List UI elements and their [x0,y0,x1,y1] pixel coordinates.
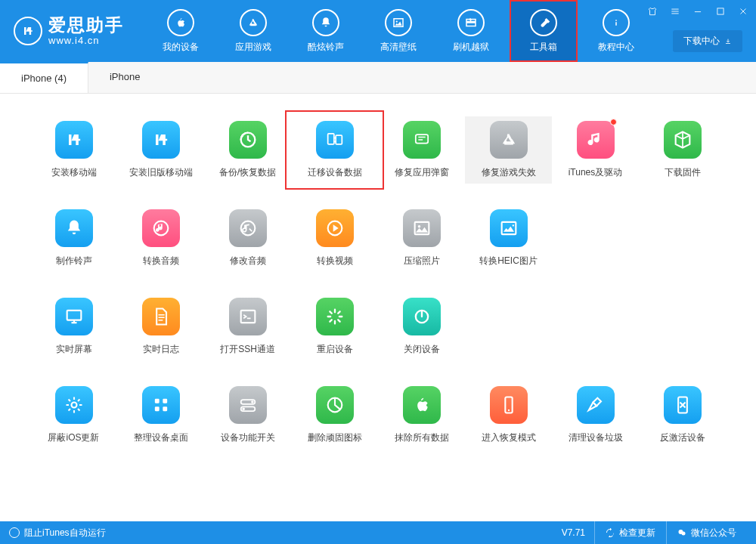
tool-terminal[interactable]: 打开SSH通道 [204,293,291,360]
tool-grid[interactable]: 整理设备桌面 [117,382,204,449]
tool-label: 重启设备 [317,343,353,356]
nav-icon [457,9,485,36]
tool-heic[interactable]: 转换HEIC图片 [465,205,552,272]
nav-1[interactable]: 应用游戏 [219,0,287,62]
tool-deactivate[interactable]: 反激活设备 [639,382,726,449]
tool-broom[interactable]: 清理设备垃圾 [552,382,639,449]
tool-label: 清理设备垃圾 [569,431,623,444]
tool-appleid[interactable]: 修复应用弹窗 [378,116,465,184]
header: 爱思助手 www.i4.cn 我的设备应用游戏酷炫铃声高清壁纸刷机越狱工具箱教程… [0,0,756,62]
transfer-icon [316,121,354,159]
nav-2[interactable]: 酷炫铃声 [292,0,360,62]
tool-label: iTunes及驱动 [569,166,623,179]
tool-play[interactable]: 转换视频 [291,205,378,272]
tool-pie[interactable]: 删除顽固图标 [291,382,378,449]
tool-clock[interactable]: 备份/恢复数据 [204,116,291,184]
tool-label: 打开SSH通道 [220,343,275,356]
phone-icon [490,386,528,424]
audioedit-icon [229,209,267,247]
main-nav: 我的设备应用游戏酷炫铃声高清壁纸刷机越狱工具箱教程中心 [147,0,650,62]
tool-power[interactable]: 关闭设备 [378,293,465,360]
tool-gear[interactable]: 屏蔽iOS更新 [30,382,117,449]
nav-4[interactable]: 刷机越狱 [437,0,505,62]
clock-icon [229,121,267,159]
grid-icon [142,386,180,424]
download-center-button[interactable]: 下载中心 [673,30,742,52]
circle-icon [9,527,20,538]
tool-label: 删除顽固图标 [308,431,362,444]
app-logo[interactable]: 爱思助手 www.i4.cn [14,16,124,46]
power-icon [403,298,441,335]
tool-appstore[interactable]: 修复游戏失效 [465,116,552,184]
tool-cube[interactable]: 下载固件 [639,116,726,184]
tool-bell[interactable]: 制作铃声 [30,205,117,272]
tool-label: 制作铃声 [56,255,92,267]
photo-icon [403,209,441,247]
gear-icon [55,386,93,424]
refresh-icon [606,528,615,537]
i4-icon [142,121,180,159]
app-title: 爱思助手 [48,16,124,35]
version-label: V7.71 [553,527,594,538]
tool-doc[interactable]: 实时日志 [117,293,204,360]
check-update-button[interactable]: 检查更新 [594,521,666,544]
nav-0[interactable]: 我的设备 [147,0,215,62]
nav-icon [385,9,412,36]
skin-icon[interactable] [646,5,659,18]
wechat-icon [677,528,686,537]
tab-0[interactable]: iPhone (4) [0,62,88,93]
svg-point-30 [682,532,686,536]
svg-rect-28 [717,8,723,14]
tool-label: 实时屏幕 [56,343,92,356]
cube-icon [664,121,702,159]
tool-loading[interactable]: 重启设备 [291,293,378,360]
nav-6[interactable]: 教程中心 [582,0,650,62]
tool-transfer[interactable]: 迁移设备数据 [291,116,378,184]
tool-photo[interactable]: 压缩照片 [378,205,465,272]
tool-toggle[interactable]: 设备功能开关 [204,382,291,449]
tool-phone[interactable]: 进入恢复模式 [465,382,552,449]
nav-3[interactable]: 高清壁纸 [364,0,432,62]
tool-i4[interactable]: 安装旧版移动端 [117,116,204,184]
minimize-icon[interactable] [691,5,705,18]
toggle-icon [229,386,267,424]
tool-label: 屏蔽iOS更新 [48,431,99,444]
menu-icon[interactable] [668,5,682,18]
tab-1[interactable]: iPhone [88,62,161,93]
pie-icon [316,386,354,424]
block-itunes[interactable]: 阻止iTunes自动运行 [9,527,106,539]
tool-label: 修改音频 [230,255,266,267]
tool-label: 设备功能开关 [221,431,275,444]
tool-label: 安装旧版移动端 [129,166,193,179]
apple-icon [403,386,441,424]
tool-label: 下载固件 [665,166,701,179]
maximize-icon[interactable] [714,5,727,18]
nav-icon [312,9,339,36]
tool-audioedit[interactable]: 修改音频 [204,205,291,272]
wechat-button[interactable]: 微信公众号 [666,521,747,544]
tool-label: 关闭设备 [404,343,440,356]
bell-icon [55,209,93,247]
nav-icon [240,9,267,36]
logo-icon [14,17,42,45]
device-tabs: iPhone (4)iPhone [0,62,756,94]
close-icon[interactable] [736,5,750,18]
tool-audio[interactable]: 转换音频 [117,205,204,272]
play-icon [316,209,354,247]
broom-icon [577,386,615,424]
tool-label: 实时日志 [143,343,179,356]
app-url: www.i4.cn [48,36,124,46]
tool-label: 反激活设备 [660,431,705,444]
tool-label: 迁移设备数据 [308,166,362,179]
audio-icon [142,209,180,247]
loading-icon [316,298,354,335]
tool-label: 压缩照片 [404,255,440,267]
tool-i4[interactable]: 安装移动端 [30,116,117,184]
tool-apple[interactable]: 抹除所有数据 [378,382,465,449]
nav-5[interactable]: 工具箱 [510,0,578,62]
heic-icon [490,209,528,247]
tool-monitor[interactable]: 实时屏幕 [30,293,117,360]
window-controls [646,5,750,18]
monitor-icon [55,298,93,335]
tool-music[interactable]: iTunes及驱动 [552,116,639,184]
